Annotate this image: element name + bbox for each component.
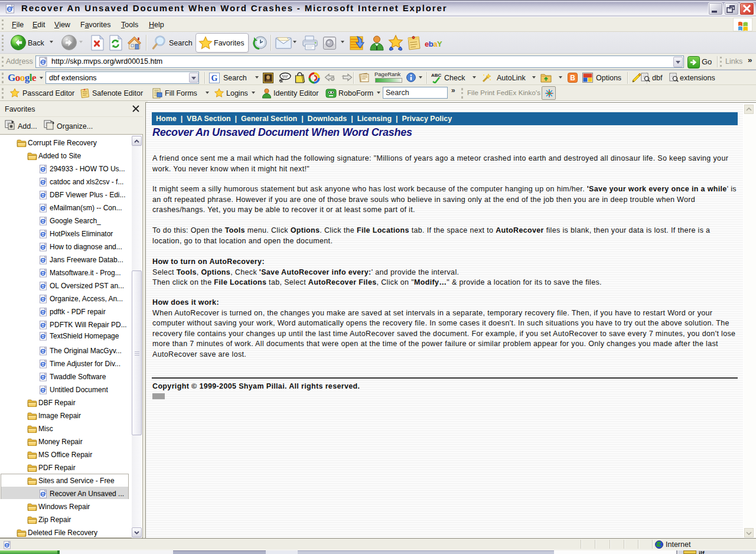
svg-text:G: G	[211, 74, 218, 83]
svg-text:B: B	[570, 74, 575, 82]
svg-text:ABC: ABC	[431, 73, 441, 78]
